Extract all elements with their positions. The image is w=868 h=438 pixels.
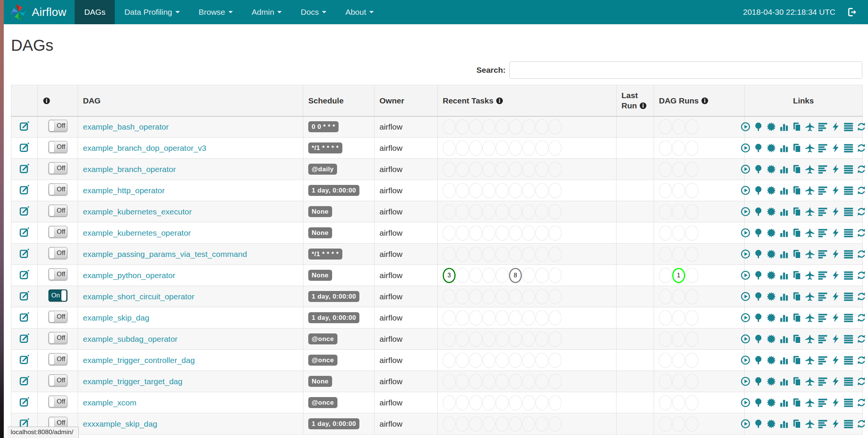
edit-dag-icon[interactable]	[19, 333, 30, 343]
search-input[interactable]	[509, 61, 862, 79]
task-duration-icon[interactable]	[779, 292, 789, 301]
task-tries-icon[interactable]	[792, 207, 802, 216]
code-view-icon[interactable]	[831, 292, 840, 301]
recent-task-circle[interactable]	[509, 183, 522, 198]
trigger-dag-icon[interactable]	[741, 186, 750, 195]
nav-item-browse[interactable]: Browse	[189, 0, 242, 24]
recent-task-circle[interactable]	[443, 353, 456, 368]
trigger-dag-icon[interactable]	[741, 292, 750, 301]
dag-pause-toggle[interactable]: On	[48, 289, 67, 302]
dag-link[interactable]: example_http_operator	[83, 186, 165, 195]
logs-icon[interactable]	[844, 419, 853, 429]
graph-view-icon[interactable]	[767, 355, 776, 365]
logs-icon[interactable]	[844, 143, 853, 153]
dag-link[interactable]: example_trigger_target_dag	[83, 377, 183, 386]
gantt-view-icon[interactable]	[818, 207, 827, 216]
refresh-icon[interactable]	[857, 355, 866, 365]
dag-run-circle[interactable]	[672, 289, 685, 304]
dag-run-circle[interactable]	[685, 204, 698, 219]
dag-link[interactable]: example_branch_operator	[83, 165, 176, 174]
recent-task-circle[interactable]	[535, 353, 548, 368]
logs-icon[interactable]	[844, 186, 853, 195]
recent-task-circle[interactable]	[456, 119, 469, 135]
airflow-brand[interactable]: Airflow	[4, 0, 75, 24]
dag-run-circle[interactable]	[659, 225, 672, 241]
code-view-icon[interactable]	[831, 249, 840, 259]
refresh-icon[interactable]	[857, 143, 866, 153]
graph-view-icon[interactable]	[767, 377, 776, 386]
recent-task-circle[interactable]	[549, 183, 562, 198]
dag-run-circle[interactable]	[685, 374, 698, 389]
recent-task-circle[interactable]	[456, 183, 469, 198]
gantt-view-icon[interactable]	[818, 186, 827, 195]
trigger-dag-icon[interactable]	[741, 122, 750, 131]
recent-task-circle[interactable]	[509, 141, 522, 156]
landing-times-icon[interactable]	[805, 143, 815, 153]
recent-task-circle[interactable]	[522, 119, 535, 135]
landing-times-icon[interactable]	[805, 249, 815, 259]
graph-view-icon[interactable]	[767, 292, 776, 301]
dag-run-circle[interactable]	[659, 119, 672, 135]
recent-task-circle[interactable]	[469, 374, 482, 389]
recent-task-circle[interactable]	[549, 141, 562, 156]
dag-link[interactable]: example_skip_dag	[83, 313, 149, 322]
landing-times-icon[interactable]	[805, 398, 815, 407]
recent-task-circle[interactable]	[496, 289, 509, 304]
dag-run-circle[interactable]	[659, 141, 672, 156]
tree-view-icon[interactable]	[754, 228, 763, 238]
dag-pause-toggle[interactable]: Off	[48, 183, 67, 196]
recent-task-circle[interactable]	[469, 310, 482, 325]
refresh-icon[interactable]	[857, 186, 866, 195]
task-duration-icon[interactable]	[779, 207, 789, 216]
landing-times-icon[interactable]	[805, 122, 815, 131]
recent-task-circle[interactable]	[482, 141, 495, 156]
recent-task-circle[interactable]	[469, 268, 482, 283]
recent-task-circle[interactable]	[496, 395, 509, 410]
edit-dag-icon[interactable]	[19, 354, 30, 364]
dag-run-circle[interactable]	[685, 225, 698, 241]
recent-task-circle[interactable]	[549, 310, 562, 325]
tree-view-icon[interactable]	[754, 207, 763, 216]
recent-task-circle[interactable]	[509, 162, 522, 177]
task-tries-icon[interactable]	[792, 355, 802, 365]
recent-task-circle[interactable]	[496, 141, 509, 156]
dag-run-circle[interactable]	[685, 119, 698, 135]
logs-icon[interactable]	[844, 207, 853, 216]
trigger-dag-icon[interactable]	[741, 271, 750, 280]
task-duration-icon[interactable]	[779, 249, 789, 259]
recent-task-circle[interactable]	[496, 247, 509, 262]
recent-task-circle[interactable]	[469, 162, 482, 177]
recent-task-circle[interactable]	[482, 416, 495, 432]
nav-item-about[interactable]: About	[336, 0, 383, 24]
dag-run-circle[interactable]	[685, 310, 698, 325]
landing-times-icon[interactable]	[805, 164, 815, 174]
recent-task-circle[interactable]	[509, 395, 522, 410]
recent-task-circle[interactable]	[456, 310, 469, 325]
recent-task-circle[interactable]	[522, 204, 535, 219]
recent-task-circle[interactable]	[549, 374, 562, 389]
recent-task-circle[interactable]	[549, 353, 562, 368]
recent-task-circle[interactable]	[522, 374, 535, 389]
graph-view-icon[interactable]	[767, 164, 776, 174]
recent-task-circle[interactable]	[456, 395, 469, 410]
recent-task-circle[interactable]	[482, 289, 495, 304]
recent-task-circle[interactable]	[549, 247, 562, 262]
task-tries-icon[interactable]	[792, 377, 802, 386]
task-tries-icon[interactable]	[792, 228, 802, 238]
dag-link[interactable]: exxxample_skip_dag	[83, 419, 157, 428]
refresh-icon[interactable]	[857, 271, 866, 280]
code-view-icon[interactable]	[831, 334, 840, 344]
recent-task-circle[interactable]	[496, 332, 509, 347]
edit-dag-icon[interactable]	[19, 163, 30, 174]
trigger-dag-icon[interactable]	[741, 334, 750, 344]
dag-run-circle[interactable]	[685, 416, 698, 432]
task-tries-icon[interactable]	[792, 334, 802, 344]
recent-task-circle[interactable]	[469, 353, 482, 368]
recent-task-circle[interactable]	[535, 416, 548, 432]
dag-run-circle[interactable]	[659, 204, 672, 219]
dag-pause-toggle[interactable]: Off	[48, 374, 67, 386]
dag-run-circle[interactable]	[659, 310, 672, 325]
recent-task-circle[interactable]	[535, 310, 548, 325]
recent-task-circle[interactable]	[496, 204, 509, 219]
task-tries-icon[interactable]	[792, 186, 802, 195]
